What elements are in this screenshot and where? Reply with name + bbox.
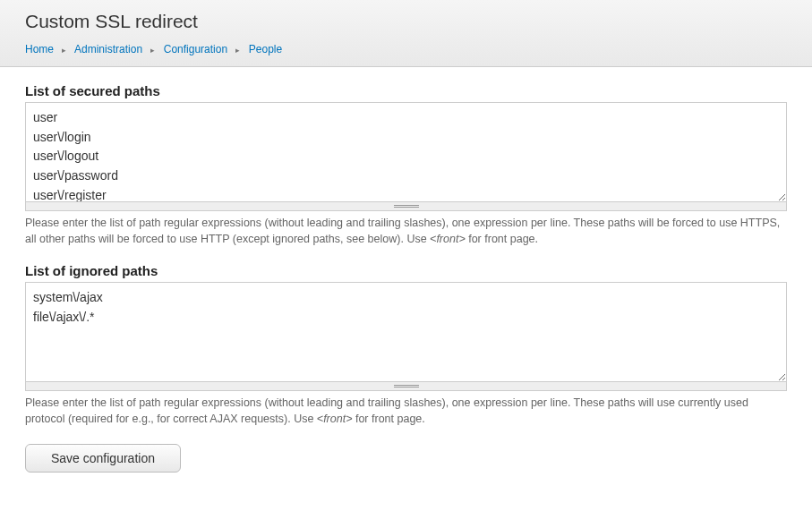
description-text: for front page. [466, 233, 538, 245]
chevron-right-icon: ▸ [235, 46, 240, 55]
description-text: for front page. [352, 413, 424, 425]
breadcrumb-people[interactable]: People [249, 43, 282, 55]
secured-paths-textarea-wrapper: user user\/login user\/logout user\/pass… [25, 102, 787, 202]
breadcrumb-home[interactable]: Home [25, 43, 54, 55]
secured-paths-description: Please enter the list of path regular ex… [25, 215, 787, 247]
ignored-paths-description: Please enter the list of path regular ex… [25, 395, 787, 427]
ignored-paths-field: List of ignored paths system\/ajax file\… [25, 263, 787, 427]
breadcrumb: Home ▸ Administration ▸ Configuration ▸ … [25, 39, 787, 66]
chevron-right-icon: ▸ [62, 46, 66, 55]
secured-paths-textarea[interactable]: user user\/login user\/logout user\/pass… [26, 103, 786, 201]
content: List of secured paths user user\/login u… [0, 67, 812, 489]
resize-grippie[interactable] [25, 382, 787, 391]
save-configuration-button[interactable]: Save configuration [25, 444, 181, 473]
breadcrumb-administration[interactable]: Administration [74, 43, 142, 55]
description-em: <front> [430, 233, 466, 245]
page-title: Custom SSL redirect [25, 0, 787, 39]
resize-grippie[interactable] [25, 202, 787, 211]
description-em: <front> [317, 413, 353, 425]
ignored-paths-textarea-wrapper: system\/ajax file\/ajax\/.* [25, 282, 787, 382]
ignored-paths-textarea[interactable]: system\/ajax file\/ajax\/.* [26, 283, 786, 381]
description-text: Please enter the list of path regular ex… [25, 217, 780, 245]
secured-paths-label: List of secured paths [25, 83, 787, 98]
breadcrumb-configuration[interactable]: Configuration [164, 43, 227, 55]
secured-paths-field: List of secured paths user user\/login u… [25, 83, 787, 247]
chevron-right-icon: ▸ [150, 46, 155, 55]
ignored-paths-label: List of ignored paths [25, 263, 787, 278]
header-bar: Custom SSL redirect Home ▸ Administratio… [0, 0, 812, 67]
